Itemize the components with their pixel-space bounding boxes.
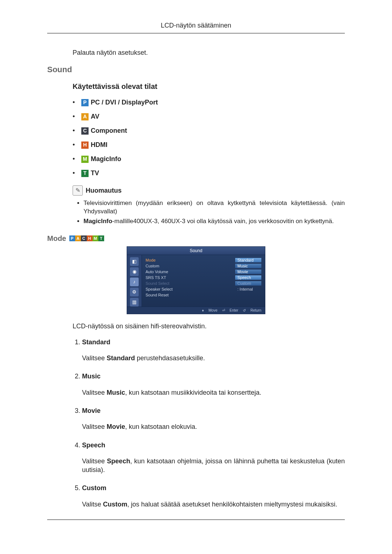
- divider: [47, 33, 345, 33]
- p-icon: P: [81, 99, 89, 106]
- def-term: Music: [82, 372, 345, 381]
- mode-label: TV: [91, 168, 99, 178]
- subsection-available-modes: Käytettävissä olevat tilat: [73, 81, 345, 92]
- p-icon: P: [69, 235, 75, 241]
- def-explanation: Valitsee Standard perustehdasasetuksille…: [82, 354, 345, 362]
- c-icon: C: [81, 127, 89, 135]
- bullet-icon: •: [73, 98, 81, 107]
- bullet-icon: •: [73, 168, 81, 178]
- def-explanation: Valitsee Music, kun katsotaan musiikkivi…: [82, 388, 345, 397]
- mode-label: PC / DVI / DisplayPort: [91, 98, 158, 107]
- mode-item-tv: • T TV: [73, 168, 345, 178]
- mode-section: Mode P A C H M T: [47, 234, 345, 243]
- osd-label: Sound Select: [146, 281, 182, 286]
- osd-value: Music: [235, 264, 261, 268]
- h-icon: H: [87, 235, 93, 241]
- osd-label: Sound Reset: [146, 293, 182, 297]
- bullet-icon: •: [73, 154, 81, 164]
- osd-value: Movie: [235, 270, 261, 274]
- osd-row: Auto Volume Movie: [146, 269, 261, 275]
- mode-item-component: • C Component: [73, 126, 345, 136]
- a-icon: A: [81, 113, 89, 120]
- def-item-speech: Speech Valitsee Speech, kun katsotaan oh…: [82, 441, 345, 475]
- osd-value: [235, 293, 261, 297]
- a-icon: A: [75, 235, 81, 241]
- osd-row: Sound Select Custom: [146, 280, 261, 286]
- def-explanation: Valitsee Speech, kun katsotaan ohjelmia,…: [82, 457, 345, 475]
- osd-row: SRS TS XT Speech: [146, 275, 261, 280]
- document-page: LCD-näytön säätäminen Palauta näytön ase…: [0, 0, 392, 545]
- osd-value: : Internal: [235, 287, 261, 291]
- osd-label: Custom: [146, 264, 182, 268]
- osd-label: Speaker Select: [146, 287, 182, 291]
- t-icon: T: [81, 170, 89, 177]
- osd-side-icon-sound: ♪: [130, 278, 139, 286]
- note-list: Televisiovirittimen (myydään erikseen) o…: [73, 199, 345, 226]
- definition-list: Standard Valitsee Standard perustehdasas…: [73, 338, 345, 509]
- osd-side-icon: ▥: [130, 298, 139, 307]
- mode-label: MagicInfo: [91, 154, 121, 164]
- osd-sidebar: ◧ ◉ ♪ ⚙ ▥: [127, 255, 142, 307]
- page-header-title: LCD-näytön säätäminen: [47, 22, 345, 29]
- mode-item-magicinfo: • M MagicInfo: [73, 154, 345, 164]
- mode-label: Component: [91, 126, 127, 136]
- osd-screenshot: Sound ◧ ◉ ♪ ⚙ ▥ Mode Standard Custom: [47, 246, 345, 314]
- mode-heading: Mode: [47, 234, 66, 243]
- def-term: Custom: [82, 484, 345, 492]
- after-osd-text: LCD-näytössä on sisäinen hifi-stereovahv…: [73, 321, 345, 331]
- osd-footer: ♦ Move ⏎ Enter ↺ Return: [127, 307, 265, 314]
- t-icon: T: [98, 235, 104, 241]
- mode-item-pc: • P PC / DVI / DisplayPort: [73, 98, 345, 107]
- note-bold: MagicInfo: [83, 218, 112, 225]
- mode-label: HDMI: [91, 140, 107, 150]
- m-icon: M: [81, 156, 89, 163]
- mode-list: • P PC / DVI / DisplayPort • A AV • C Co…: [73, 98, 345, 178]
- note-heading: ✎ Huomautus: [73, 185, 345, 196]
- def-term: Standard: [82, 338, 345, 346]
- mode-label: AV: [91, 112, 99, 122]
- osd-row: Sound Reset: [146, 292, 261, 298]
- def-item-music: Music Valitsee Music, kun katsotaan musi…: [82, 372, 345, 397]
- osd-value: Standard: [235, 258, 261, 262]
- osd-footer-return: ↺ Return: [243, 308, 261, 312]
- osd-label: Auto Volume: [146, 270, 182, 274]
- osd-side-icon: ◧: [130, 257, 139, 266]
- mode-mini-icons: P A C H M T: [69, 235, 104, 241]
- def-explanation: Valitsee Movie, kun katsotaan elokuvia.: [82, 422, 345, 431]
- bullet-icon: •: [73, 140, 81, 150]
- note-label: Huomautus: [86, 186, 122, 196]
- def-explanation: Valitse Custom, jos haluat säätää asetuk…: [82, 500, 345, 509]
- intro-text: Palauta näytön asetukset.: [73, 48, 345, 58]
- osd-row: Mode Standard: [146, 257, 261, 263]
- osd-main: Mode Standard Custom Music Auto Volume M…: [142, 255, 265, 307]
- body-lower: LCD-näytössä on sisäinen hifi-stereovahv…: [73, 321, 345, 509]
- osd-footer-move: ♦ Move: [202, 308, 217, 312]
- def-term: Speech: [82, 441, 345, 450]
- osd-row: Custom Music: [146, 263, 261, 269]
- def-item-custom: Custom Valitse Custom, jos haluat säätää…: [82, 484, 345, 509]
- osd-label: Mode: [146, 258, 182, 262]
- c-icon: C: [81, 235, 87, 241]
- osd-value: Custom: [235, 281, 261, 286]
- def-term: Movie: [82, 406, 345, 415]
- def-item-standard: Standard Valitsee Standard perustehdasas…: [82, 338, 345, 363]
- m-icon: M: [93, 235, 98, 241]
- osd-title: Sound: [127, 247, 265, 255]
- mode-item-hdmi: • H HDMI: [73, 140, 345, 150]
- note-text: -mallille400UX-3, 460UX-3 voi olla käytö…: [112, 218, 334, 225]
- osd-panel: Sound ◧ ◉ ♪ ⚙ ▥ Mode Standard Custom: [127, 246, 265, 314]
- section-sound: Sound: [47, 65, 345, 74]
- osd-label: SRS TS XT: [146, 275, 182, 280]
- bullet-icon: •: [73, 112, 81, 122]
- osd-side-icon: ◉: [130, 267, 139, 276]
- def-item-movie: Movie Valitsee Movie, kun katsotaan elok…: [82, 406, 345, 431]
- osd-value: Speech: [235, 275, 261, 280]
- mode-item-av: • A AV: [73, 112, 345, 122]
- note-item: MagicInfo-mallille400UX-3, 460UX-3 voi o…: [83, 217, 345, 226]
- note-icon: ✎: [73, 185, 83, 196]
- h-icon: H: [81, 141, 89, 149]
- osd-row: Speaker Select : Internal: [146, 286, 261, 292]
- osd-body: ◧ ◉ ♪ ⚙ ▥ Mode Standard Custom Music: [127, 255, 265, 307]
- osd-side-icon: ⚙: [130, 288, 139, 296]
- body: Käytettävissä olevat tilat • P PC / DVI …: [73, 81, 345, 226]
